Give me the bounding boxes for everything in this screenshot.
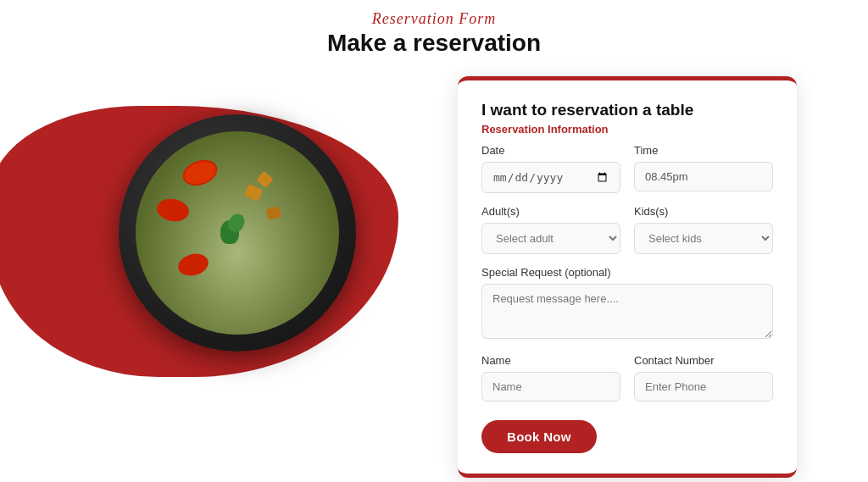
page-title: Make a reservation [0,30,868,57]
name-label: Name [481,354,620,367]
name-input[interactable] [481,372,620,402]
name-contact-row: Name Contact Number [481,354,773,402]
food-image [102,89,373,385]
left-side [0,72,441,445]
right-side: I want to reservation a table Reservatio… [441,72,868,478]
herb [220,220,239,244]
food-layer [136,131,339,335]
time-group: Time [634,144,773,193]
crouton-2 [266,206,282,220]
form-card-title: I want to reservation a table [481,101,773,119]
name-group: Name [481,354,620,402]
contact-label: Contact Number [634,354,773,367]
form-section-label: Reservation Information [481,123,773,136]
main-content: I want to reservation a table Reservatio… [0,64,868,478]
special-request-label: Special Request (optional) [481,266,773,279]
tomato-3 [175,251,210,279]
kids-label: Kids(s) [634,205,773,218]
tomato-2 [155,197,191,224]
adults-group: Adult(s) Select adult 1 Adult 2 Adults 3… [481,205,620,254]
date-time-row: Date Time [481,144,773,193]
kids-select[interactable]: Select kids 0 Kids 1 Kid 2 Kids 3 Kids 4… [634,223,773,254]
kids-group: Kids(s) Select kids 0 Kids 1 Kid 2 Kids … [634,205,773,254]
date-group: Date [481,144,620,193]
time-label: Time [634,144,773,157]
book-now-button[interactable]: Book Now [481,420,597,453]
crouton-1 [244,184,264,202]
date-label: Date [481,144,620,157]
crouton-3 [256,171,273,188]
special-request-textarea[interactable] [481,284,773,339]
date-input[interactable] [481,162,620,193]
special-request-group: Special Request (optional) [481,266,773,342]
adults-label: Adult(s) [481,205,620,218]
form-card: I want to reservation a table Reservatio… [458,76,797,478]
tomato-1 [179,156,220,191]
page-subtitle: Reservation Form [0,10,868,28]
adults-kids-row: Adult(s) Select adult 1 Adult 2 Adults 3… [481,205,773,254]
page-header: Reservation Form Make a reservation [0,0,868,57]
page-wrapper: Reservation Form Make a reservation [0,0,868,482]
contact-group: Contact Number [634,354,773,402]
adults-select[interactable]: Select adult 1 Adult 2 Adults 3 Adults 4… [481,223,620,254]
time-input[interactable] [634,162,773,191]
plate [119,114,356,352]
contact-input[interactable] [634,372,773,402]
